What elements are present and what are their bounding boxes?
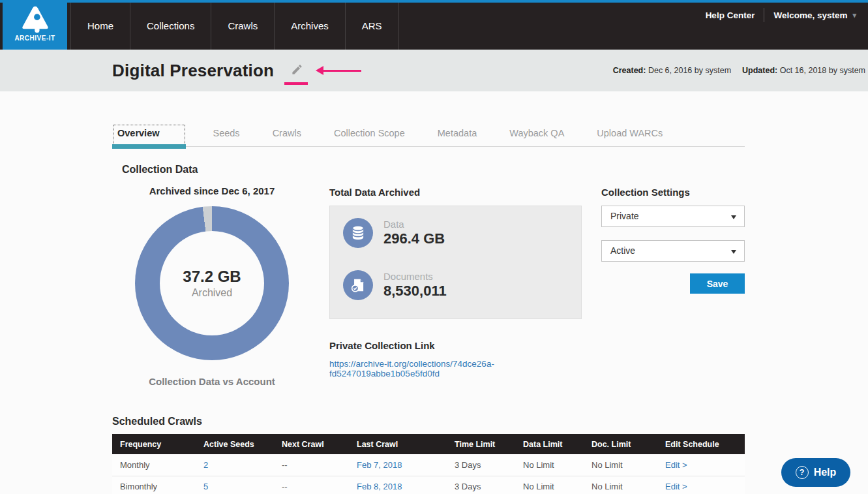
navbar-right: Help Center Welcome, system ▾ — [706, 8, 856, 22]
nav-item-home[interactable]: Home — [71, 3, 130, 50]
collection-data-chart-panel: Archived since Dec 6, 2017 37.2 GB Archi… — [112, 183, 329, 387]
tab-upload-warcs[interactable]: Upload WARCs — [588, 124, 672, 146]
caret-down-icon — [731, 250, 736, 256]
table-row: Bimonthly 5 -- Feb 8, 2018 3 Days No Lim… — [112, 476, 745, 494]
nav-item-ars[interactable]: ARS — [346, 3, 399, 50]
donut-caption: Collection Data vs Account — [112, 376, 312, 387]
col-edit-schedule: Edit Schedule — [657, 434, 745, 454]
visibility-select-value: Private — [610, 211, 639, 221]
donut-center-label: Archived — [192, 287, 232, 299]
primary-nav: Home Collections Crawls Archives ARS — [70, 3, 399, 50]
table-header-row: Frequency Active Seeds Next Crawl Last C… — [112, 434, 745, 454]
cell-time-limit: 3 Days — [447, 476, 515, 494]
tab-seeds[interactable]: Seeds — [204, 124, 249, 146]
visibility-select[interactable]: Private — [601, 206, 745, 227]
created-value: Dec 6, 2016 by system — [648, 66, 731, 75]
status-select[interactable]: Active — [601, 240, 745, 262]
documents-icon — [343, 270, 373, 300]
archive-it-logo[interactable]: ARCHIVE-IT — [3, 0, 67, 50]
tab-crawls[interactable]: Crawls — [263, 124, 310, 146]
private-link-heading: Private Collection Link — [329, 340, 582, 351]
cell-frequency: Monthly — [112, 454, 196, 476]
logo-wordmark: ARCHIVE-IT — [14, 35, 55, 42]
col-data-limit: Data Limit — [515, 434, 584, 454]
question-mark-icon: ? — [796, 466, 809, 479]
tab-wayback-qa[interactable]: Wayback QA — [500, 124, 573, 146]
user-menu[interactable]: Welcome, system ▾ — [773, 10, 856, 20]
scheduled-crawls-heading: Scheduled Crawls — [112, 416, 745, 427]
updated-label: Updated: — [742, 66, 777, 75]
collection-settings-panel: Collection Settings Private Active Save — [601, 183, 745, 387]
welcome-label: Welcome, system — [773, 10, 847, 20]
cell-time-limit: 3 Days — [447, 454, 515, 476]
last-crawl-link[interactable]: Feb 7, 2018 — [357, 460, 402, 470]
cell-doc-limit: No Limit — [584, 454, 657, 476]
help-button-label: Help — [814, 467, 837, 478]
total-data-box: Data 296.4 GB Documents — [329, 206, 582, 319]
cell-frequency: Bimonthly — [112, 476, 196, 494]
cell-next-crawl: -- — [274, 454, 349, 476]
documents-stat-label: Documents — [383, 271, 447, 282]
collection-data-heading: Collection Data — [122, 164, 745, 176]
data-stat-label: Data — [383, 219, 445, 230]
collection-tabs: Overview Seeds Crawls Collection Scope M… — [112, 124, 745, 147]
cell-next-crawl: -- — [274, 476, 349, 494]
col-frequency: Frequency — [112, 434, 196, 454]
annotation-underline — [284, 82, 308, 85]
edit-schedule-link[interactable]: Edit > — [665, 482, 687, 491]
data-stat-value: 296.4 GB — [383, 230, 445, 247]
data-stat-row: Data 296.4 GB — [343, 218, 581, 248]
scheduled-crawls-table: Frequency Active Seeds Next Crawl Last C… — [112, 434, 745, 494]
navbar-divider — [764, 8, 764, 22]
top-navbar: ARCHIVE-IT Home Collections Crawls Archi… — [0, 0, 868, 50]
documents-stat-value: 8,530,011 — [383, 283, 447, 300]
annotation-arrow-icon — [323, 70, 361, 72]
active-seeds-link[interactable]: 2 — [203, 460, 208, 470]
last-crawl-link[interactable]: Feb 8, 2018 — [357, 482, 402, 491]
database-icon — [343, 218, 373, 248]
col-last-crawl: Last Crawl — [349, 434, 447, 454]
col-doc-limit: Doc. Limit — [584, 434, 657, 454]
cell-data-limit: No Limit — [515, 476, 584, 494]
donut-center: 37.2 GB Archived — [160, 231, 264, 335]
nav-item-collections[interactable]: Collections — [130, 3, 211, 50]
chevron-down-icon: ▾ — [852, 11, 856, 20]
col-time-limit: Time Limit — [447, 434, 515, 454]
pencil-icon — [291, 63, 303, 76]
updated-value: Oct 16, 2018 by system — [780, 66, 865, 75]
help-button[interactable]: ? Help — [781, 458, 850, 487]
tab-overview[interactable]: Overview — [112, 124, 186, 146]
edit-schedule-link[interactable]: Edit > — [665, 460, 687, 470]
documents-stat-row: Documents 8,530,011 — [343, 270, 581, 300]
donut-chart-title: Archived since Dec 6, 2017 — [112, 185, 312, 196]
tab-collection-scope[interactable]: Collection Scope — [325, 124, 414, 146]
col-active-seeds: Active Seeds — [196, 434, 274, 454]
table-row: Monthly 2 -- Feb 7, 2018 3 Days No Limit… — [112, 454, 745, 476]
save-button[interactable]: Save — [690, 273, 745, 294]
donut-center-value: 37.2 GB — [183, 268, 241, 286]
archive-it-a-icon — [20, 4, 50, 34]
cell-doc-limit: No Limit — [584, 476, 657, 494]
collection-data-donut-chart: 37.2 GB Archived — [135, 206, 289, 360]
private-collection-link[interactable]: https://archive-it.org/collections/74dce… — [329, 359, 582, 378]
collection-settings-heading: Collection Settings — [601, 187, 745, 198]
edit-title-button[interactable] — [286, 63, 308, 78]
tab-metadata[interactable]: Metadata — [428, 124, 486, 146]
nav-item-crawls[interactable]: Crawls — [211, 3, 275, 50]
caret-down-icon — [731, 215, 736, 222]
total-data-panel: Total Data Archived Data 296.4 GB — [329, 183, 601, 387]
created-label: Created: — [613, 66, 646, 75]
page-title: Digital Preservation — [112, 61, 274, 81]
main-content: Overview Seeds Crawls Collection Scope M… — [112, 124, 745, 494]
status-select-value: Active — [610, 245, 635, 256]
col-next-crawl: Next Crawl — [274, 434, 349, 454]
page-header-band: Digital Preservation Created: Dec 6, 201… — [0, 50, 868, 91]
cell-data-limit: No Limit — [515, 454, 584, 476]
nav-item-archives[interactable]: Archives — [275, 3, 346, 50]
help-center-link[interactable]: Help Center — [706, 10, 755, 20]
total-data-heading: Total Data Archived — [329, 187, 582, 198]
created-updated-meta: Created: Dec 6, 2016 by system Updated: … — [613, 66, 865, 75]
active-seeds-link[interactable]: 5 — [203, 482, 208, 491]
